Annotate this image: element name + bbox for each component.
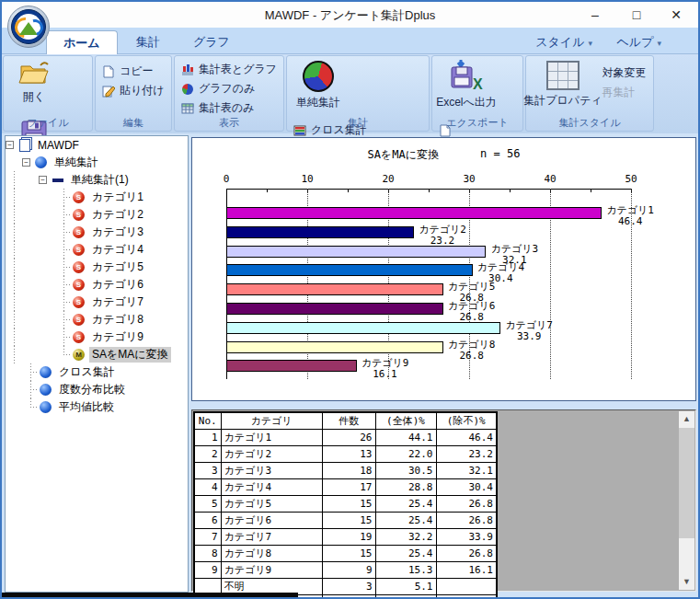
tabulation-properties-button[interactable]: 集計プロパティ [531, 59, 595, 118]
help-menu[interactable]: ヘルプ▾ [617, 32, 661, 52]
table-row[interactable]: 4カテゴリ41728.830.4 [194, 479, 497, 496]
table-and-graph-button[interactable]: 集計表とグラフ [180, 60, 277, 79]
tree-item-label[interactable]: 度数分布比較 [56, 382, 128, 397]
bar[interactable] [226, 207, 602, 219]
tree-expander-icon[interactable]: − [39, 176, 47, 184]
bar[interactable] [226, 226, 414, 238]
bar[interactable] [226, 303, 443, 315]
tree-guide [39, 346, 55, 363]
bar[interactable] [226, 283, 443, 295]
tree-item[interactable]: Sカテゴリ4 [6, 241, 188, 259]
tree-item[interactable]: 平均値比較 [6, 398, 188, 416]
tree-item-label[interactable]: カテゴリ8 [89, 312, 146, 328]
change-target-label: 対象変更 [602, 65, 646, 81]
tree-item-label[interactable]: SAをMAに変換 [89, 347, 171, 363]
tree-item[interactable]: Sカテゴリ2 [6, 206, 188, 224]
tree-item-label[interactable]: カテゴリ2 [89, 207, 146, 223]
tab-shukei[interactable]: 集計 [120, 30, 177, 54]
vertical-scrollbar[interactable]: ▲ ▼ [679, 411, 694, 590]
axis-tick [226, 189, 227, 193]
table-row[interactable]: 5カテゴリ51525.426.8 [194, 496, 497, 513]
tree-item[interactable]: −単純集計 [6, 154, 188, 171]
table-cell: 5.1 [375, 579, 436, 595]
bar-label: カテゴリ916.1 [361, 358, 409, 380]
tab-graph[interactable]: グラフ [177, 30, 247, 54]
table-row[interactable]: 8カテゴリ81525.426.8 [194, 546, 497, 562]
table-cell: カテゴリ1 [221, 430, 322, 446]
tree-item[interactable]: Sカテゴリ9 [6, 328, 188, 346]
copy-button[interactable]: コピー [101, 62, 165, 81]
bar[interactable] [226, 264, 473, 276]
tree-item-label[interactable]: MAWDF [35, 139, 82, 152]
simple-tabulation-button[interactable]: 単純集計 [292, 59, 345, 118]
table-row[interactable]: 1カテゴリ12644.146.4 [194, 430, 497, 446]
tree-item-label[interactable]: カテゴリ7 [89, 294, 146, 310]
tree-item[interactable]: Sカテゴリ5 [6, 259, 188, 276]
tree-item[interactable]: Sカテゴリ6 [6, 276, 188, 294]
table-row[interactable]: 6カテゴリ61525.426.8 [194, 513, 497, 529]
tree-guide [39, 259, 55, 276]
tree-item-label[interactable]: カテゴリ5 [89, 259, 146, 275]
table-cell: 9 [194, 562, 221, 579]
minimize-button[interactable]: – [575, 2, 615, 28]
tree-expander-icon[interactable]: − [22, 158, 30, 167]
scroll-down-icon[interactable]: ▼ [679, 574, 694, 590]
app-logo-icon[interactable] [7, 6, 50, 48]
node-sphere-icon [39, 400, 52, 414]
table-cell: 56 [436, 595, 497, 599]
tree-item-label[interactable]: カテゴリ9 [89, 329, 146, 345]
tree-guide [6, 206, 22, 224]
scroll-up-icon[interactable]: ▲ [679, 411, 694, 427]
tree-item[interactable]: Sカテゴリ8 [6, 311, 188, 328]
tree-item[interactable]: 度数分布比較 [6, 381, 188, 398]
tree-guide [6, 171, 22, 189]
scrollbar-thumb[interactable] [679, 428, 694, 538]
tree-item-label[interactable]: カテゴリ3 [89, 225, 146, 240]
tree-item[interactable]: Sカテゴリ7 [6, 294, 188, 311]
retabulate-label: 再集計 [602, 85, 635, 100]
paste-button[interactable]: 貼り付け [101, 81, 165, 100]
table-only-button[interactable]: 集計表のみ [180, 98, 277, 118]
change-target-button[interactable]: 対象変更 [602, 63, 646, 83]
tree-item[interactable]: Sカテゴリ1 [6, 189, 188, 206]
bar[interactable] [226, 246, 486, 258]
table-cell: カテゴリ9 [221, 562, 322, 579]
tree-item-label[interactable]: 平均値比較 [56, 399, 117, 415]
table-cell: 32.2 [375, 529, 436, 546]
table-row[interactable]: 7カテゴリ71932.233.9 [194, 529, 497, 546]
pie-chart-icon [303, 61, 334, 92]
table-row[interactable]: 9カテゴリ9915.316.1 [194, 562, 497, 579]
tree-item[interactable]: Sカテゴリ3 [6, 224, 188, 241]
tree-item-label[interactable]: 単純集計 [52, 155, 101, 170]
tree-item-label[interactable]: カテゴリ4 [89, 242, 146, 258]
table-cell: 44.1 [375, 430, 436, 446]
excel-export-button[interactable]: X Excelへ出力 [437, 59, 496, 118]
table-cell: カテゴリ6 [221, 513, 322, 529]
bar[interactable] [226, 322, 500, 334]
table-cell: 15 [322, 546, 375, 562]
style-menu[interactable]: スタイル▾ [535, 32, 592, 52]
bar[interactable] [226, 360, 357, 372]
tree-guide [6, 328, 22, 346]
tree-item-label[interactable]: 単純集計(1) [68, 172, 132, 188]
tree-item[interactable]: MSAをMAに変換 [6, 346, 188, 363]
tree-item[interactable]: クロス集計 [6, 363, 188, 381]
bar[interactable] [226, 341, 443, 353]
table-row[interactable]: 3カテゴリ31830.532.1 [194, 463, 497, 479]
graph-only-button[interactable]: グラフのみ [180, 79, 277, 98]
close-button[interactable]: ✕ [656, 2, 696, 28]
tree-item-label[interactable]: クロス集計 [56, 364, 118, 380]
tab-home[interactable]: ホーム [46, 30, 118, 54]
tree-item[interactable]: −単純集計(1) [6, 171, 188, 189]
single-answer-icon: S [72, 243, 86, 257]
maximize-button[interactable]: □ [616, 2, 657, 28]
table-cell: 15.3 [375, 562, 436, 579]
tree-item-label[interactable]: カテゴリ6 [89, 277, 146, 293]
tree-item-label[interactable]: カテゴリ1 [89, 190, 146, 205]
open-button[interactable]: 開く [8, 59, 60, 118]
table-row[interactable]: 2カテゴリ21322.023.2 [194, 446, 497, 463]
tree-expander-icon[interactable]: − [6, 141, 14, 149]
table-cell: 26 [322, 430, 375, 446]
tree-item[interactable]: −MAWDF [6, 136, 188, 154]
tree-connector [22, 398, 39, 416]
